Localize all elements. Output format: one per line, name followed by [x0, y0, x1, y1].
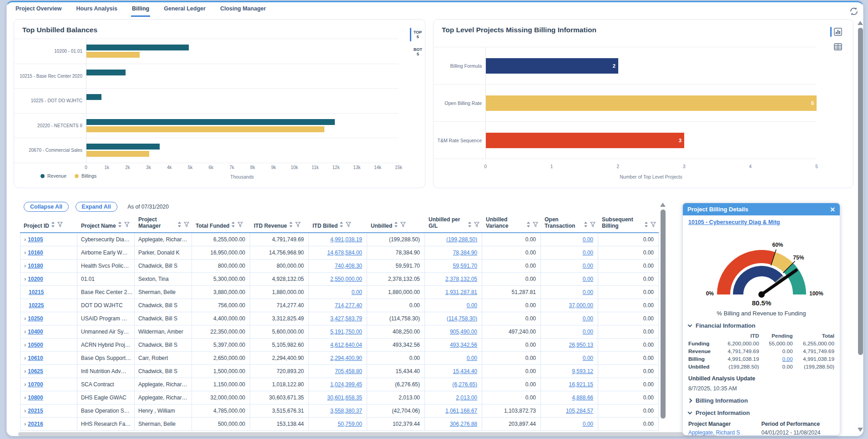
cell-link[interactable]: 3,427,583.79	[330, 315, 362, 322]
project-id-link[interactable]: 10180	[28, 263, 43, 269]
row-expand-icon[interactable]: ›	[24, 329, 26, 334]
project-id-link[interactable]: 10225	[29, 302, 44, 309]
table-row[interactable]: ›20216HHS Research Fa…Sherman, Belle500,…	[20, 418, 659, 431]
tab-closing-manager[interactable]: Closing Manager	[219, 5, 267, 17]
table-row[interactable]: 10225DOT DO WJHTCChadwick, Bill S756,000…	[20, 299, 659, 312]
cell-link[interactable]: 2,294,400.90	[330, 355, 362, 361]
column-header-unbilled[interactable]: Unbilled	[367, 215, 425, 232]
table-row[interactable]: 10215Base Rec Center 2…Sherman, Belle3,8…	[20, 286, 659, 299]
project-id-link[interactable]: 10105	[28, 236, 43, 243]
revenue-bar[interactable]	[86, 144, 160, 150]
column-header-project-name[interactable]: Project Name	[77, 215, 135, 232]
cell-link[interactable]: 0.00	[583, 276, 593, 282]
table-row[interactable]: ›10625Intl Nutrition Adv…Chadwick, Bill …	[20, 365, 659, 378]
cell-link[interactable]: 59,591.70	[453, 263, 477, 269]
row-expand-icon[interactable]: ›	[24, 236, 26, 242]
cell-link[interactable]: 1,931,287.81	[445, 289, 477, 295]
cell-link[interactable]: (114,758.30)	[447, 315, 477, 322]
cell-link[interactable]: 2,378,132.05	[445, 276, 477, 282]
cell-link[interactable]: 740,408.30	[335, 263, 362, 269]
filter-icon[interactable]	[184, 222, 189, 229]
project-id-link[interactable]: 10400	[28, 329, 43, 335]
bot5-toggle[interactable]: BOT5	[410, 45, 422, 59]
table-row[interactable]: ›10700SCA ContractApplegate, Richar…1,15…	[20, 378, 659, 391]
cell-link[interactable]: 905,490.00	[450, 329, 477, 335]
cell-link[interactable]: 2,550,000.00	[330, 276, 362, 282]
sort-icon[interactable]	[289, 222, 293, 229]
table-row[interactable]: ›10105Cybersecurity Dia…Applegate, Richa…	[20, 233, 659, 246]
project-id-link[interactable]: 10250	[28, 315, 43, 322]
cell-link[interactable]: 26,950.13	[569, 342, 593, 348]
cell-link[interactable]: 4,888.66	[572, 394, 593, 401]
cell-link[interactable]: 37,000.00	[569, 302, 593, 309]
row-expand-icon[interactable]: ›	[24, 342, 26, 348]
missing-info-bar[interactable]: 2	[486, 58, 618, 74]
pending-billing-link[interactable]: 0.00	[782, 356, 793, 362]
cell-link[interactable]: 0.00	[583, 421, 593, 427]
table-scrollbar-thumb[interactable]	[661, 210, 666, 419]
cell-link[interactable]: 0.00	[583, 355, 593, 361]
cell-link[interactable]: 0.00	[583, 236, 593, 243]
table-row[interactable]: ›10610Base Ops Support…Carr, Robert2,650…	[20, 352, 659, 365]
sort-icon[interactable]	[177, 222, 182, 229]
cell-link[interactable]: 1,061,168.67	[445, 408, 477, 414]
column-header-open-transaction[interactable]: Open Transaction	[541, 215, 598, 232]
fin-pending-value[interactable]: 0.00	[759, 356, 793, 362]
sort-icon[interactable]	[118, 222, 122, 229]
column-header-total-funded[interactable]: Total Funded	[192, 215, 250, 232]
filter-icon[interactable]	[590, 222, 595, 229]
cell-link[interactable]: 15,434.40	[453, 368, 477, 374]
refresh-icon[interactable]	[849, 6, 859, 16]
missing-info-bar[interactable]: 5	[486, 95, 817, 111]
project-id-link[interactable]: 20216	[28, 421, 43, 427]
tab-hours-analysis[interactable]: Hours Analysis	[75, 5, 118, 17]
project-id-link[interactable]: 10800	[28, 394, 43, 401]
cell-link[interactable]: 0.00	[352, 289, 362, 295]
column-header-project-manager[interactable]: Project Manager	[135, 215, 192, 232]
column-header-itd-revenue[interactable]: ITD Revenue	[250, 215, 309, 232]
cell-link[interactable]: 705,458.80	[335, 368, 362, 374]
sort-icon[interactable]	[339, 222, 343, 229]
project-id-link[interactable]: 10625	[28, 368, 43, 374]
cell-link[interactable]: (199,288.50)	[446, 236, 477, 243]
cell-link[interactable]: 0.00	[467, 302, 477, 309]
row-expand-icon[interactable]: ›	[24, 249, 26, 255]
project-detail-link[interactable]: 10105 - Cybersecurity Diag & Mitg	[688, 219, 834, 225]
cell-link[interactable]: 714,277.40	[335, 302, 362, 309]
row-expand-icon[interactable]: ›	[24, 381, 26, 387]
cell-link[interactable]: 0.00	[583, 315, 593, 322]
section-financial-information[interactable]: Financial Information	[688, 322, 834, 329]
row-expand-icon[interactable]: ›	[24, 355, 26, 361]
project-id-link[interactable]: 10215	[29, 289, 44, 295]
billings-bar[interactable]	[86, 151, 149, 157]
missing-info-bar[interactable]: 3	[486, 133, 684, 148]
cell-link[interactable]: 14,678,584.00	[327, 249, 362, 256]
row-expand-icon[interactable]: ›	[24, 368, 26, 374]
cell-link[interactable]: 493,342.56	[450, 342, 477, 348]
billings-bar[interactable]	[86, 52, 140, 58]
cell-link[interactable]: 3,558,380.37	[330, 408, 362, 414]
filter-icon[interactable]	[346, 222, 351, 229]
section-project-information[interactable]: Project Information	[688, 409, 834, 416]
table-view-icon[interactable]	[834, 43, 842, 51]
project-id-link[interactable]: 20215	[28, 408, 43, 414]
table-row[interactable]: ›10160Airborne Early W…Parker, Donald K1…	[20, 246, 659, 259]
cell-link[interactable]: 0.00	[583, 329, 593, 335]
project-id-link[interactable]: 10200	[28, 276, 43, 282]
row-expand-icon[interactable]: ›	[24, 394, 26, 400]
table-row[interactable]: ›20215Base Operation S…Henry , William4,…	[20, 404, 659, 418]
cell-link[interactable]: 306,276.88	[450, 421, 477, 427]
filter-icon[interactable]	[57, 222, 63, 229]
project-info-value[interactable]: Applegate, Richard S	[688, 429, 762, 439]
cell-link[interactable]: 16,921.15	[569, 381, 593, 388]
filter-icon[interactable]	[124, 222, 130, 229]
project-id-link[interactable]: 10700	[28, 381, 43, 388]
cell-link[interactable]: 105,284.57	[566, 408, 593, 414]
table-row[interactable]: ›10400Unmanned Air Sy…Wilderman, Amber22…	[20, 325, 659, 339]
sort-icon[interactable]	[394, 222, 398, 229]
revenue-bar[interactable]	[86, 94, 101, 100]
table-row[interactable]: ›10180Health Svcs Polic…Chadwick, Bill S…	[20, 259, 659, 273]
revenue-bar[interactable]	[86, 45, 189, 50]
revenue-bar[interactable]	[86, 119, 335, 125]
column-header-unbilled-per-g-l[interactable]: Unbilled per G/L	[425, 215, 482, 232]
